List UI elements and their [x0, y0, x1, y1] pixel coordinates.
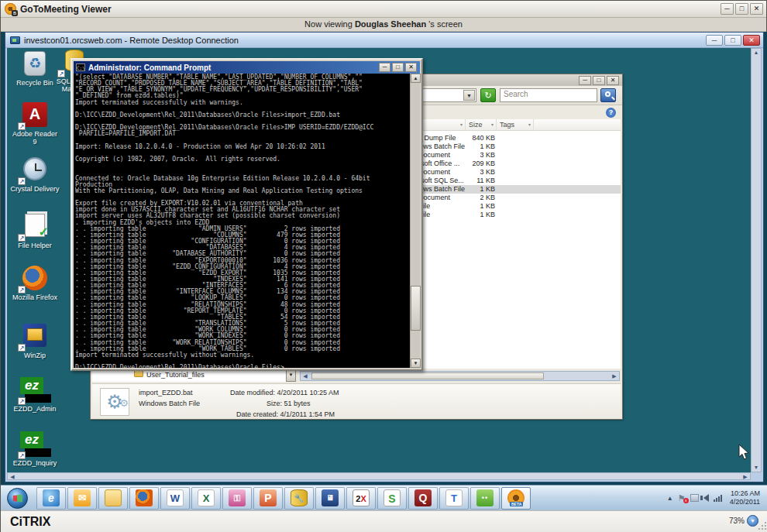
help-icon[interactable]: ? — [606, 108, 616, 118]
viewer-close-button[interactable]: ✕ — [750, 3, 763, 15]
ez-glyph: ez — [20, 431, 43, 448]
access-key-icon: ⚿ — [229, 489, 246, 506]
citrix-logo: CiTRIX — [10, 515, 50, 529]
shortcut-arrow-icon: ↗ — [18, 397, 26, 405]
search-input[interactable]: Search — [500, 88, 597, 102]
column-size[interactable]: Size▾ — [466, 119, 497, 131]
scroll-right-icon[interactable]: ▶ — [610, 372, 619, 380]
rdp-close-button[interactable]: ✕ — [743, 35, 760, 46]
explorer-maximize-button[interactable]: □ — [593, 76, 605, 85]
refresh-go-button[interactable]: ↻ — [480, 88, 496, 102]
internet-explorer-icon: e — [43, 489, 60, 506]
cmd-titlebar[interactable]: C:\ Administrator: Command Prompt ─ □ ✕ — [74, 61, 420, 74]
cmd-title: Administrator: Command Prompt — [88, 63, 211, 72]
explorer-close-button[interactable]: ✕ — [607, 76, 619, 85]
scroll-left-icon[interactable]: ◀ — [8, 473, 17, 481]
resize-grip[interactable] — [757, 522, 766, 531]
column-tags[interactable]: Tags▾ — [497, 119, 534, 131]
outlook-icon: ✉ — [74, 489, 91, 506]
details-size: Size: 51 bytes — [267, 400, 311, 407]
scroll-up-icon[interactable]: ▲ — [411, 74, 421, 83]
scroll-down-icon[interactable]: ▼ — [411, 359, 421, 368]
taskbar-green-app-button[interactable]: •• — [470, 487, 500, 510]
desktop-icon-ezdd-admin[interactable]: ez↗ EZDD_Admin — [10, 377, 60, 413]
column-filter-icon[interactable]: ▾ — [526, 119, 533, 131]
taskbar-word-button[interactable]: W — [160, 487, 190, 510]
explorer-minimize-button[interactable]: ─ — [579, 76, 591, 85]
tray-clock[interactable]: 10:26 AM 4/20/2011 — [730, 489, 760, 506]
volume-icon[interactable] — [703, 494, 709, 502]
scroll-up-icon[interactable]: ▲ — [752, 49, 761, 57]
tree-scroll-down-icon[interactable]: ▼ — [286, 370, 296, 382]
clock-icon — [23, 157, 46, 180]
rdp-titlebar[interactable]: investcon01.orcsweb.com - Remote Desktop… — [5, 33, 763, 48]
desktop-icon-winzip[interactable]: ↗ WinZip — [10, 323, 60, 359]
taskbar-powerpoint-button[interactable]: P — [253, 487, 283, 510]
search-button[interactable] — [600, 88, 616, 102]
cmd-close-button[interactable]: ✕ — [405, 63, 417, 72]
taskbar-excel-button[interactable]: X — [191, 487, 221, 510]
details-pane: ⚙⚙ import_EZDD.bat Date modified: 4/20/2… — [92, 383, 621, 417]
start-button[interactable] — [7, 488, 28, 509]
scrollbar-thumb[interactable] — [311, 372, 544, 379]
status-prefix: Now viewing — [304, 19, 355, 29]
adobe-reader-icon: A — [22, 102, 47, 127]
cmd-minimize-button[interactable]: ─ — [379, 63, 390, 72]
details-date-modified: Date modified: 4/20/2011 10:25 AM — [230, 389, 339, 396]
firefox-icon — [22, 266, 47, 290]
taskbar-sql-tools-button[interactable]: 🔧 — [284, 487, 314, 510]
powerpoint-icon: P — [260, 489, 277, 506]
desktop-icon-ezdd-inquiry[interactable]: ez↗ EZDD_Inquiry — [10, 431, 60, 467]
taskbar-access-button[interactable]: ⚿ — [222, 487, 252, 510]
desktop-icon-file-helper[interactable]: ↗ File Helper — [10, 213, 60, 249]
magnifier-icon — [605, 91, 611, 97]
icon-label: Crystal Delivery — [10, 185, 60, 193]
desktop-icon-firefox[interactable]: ↗ Mozilla Firefox — [10, 266, 60, 301]
rdp-horizontal-scrollbar[interactable]: ◀ ▶ — [7, 472, 751, 480]
explorer-horizontal-scrollbar[interactable]: ◀ ▶ — [300, 371, 620, 381]
desktop-icon-crystal-delivery[interactable]: ↗ Crystal Delivery — [10, 156, 60, 193]
taskbar-gotomeeting-button[interactable]: BETA — [501, 487, 531, 510]
cmd-maximize-button[interactable]: □ — [392, 63, 404, 72]
file-check-icon — [25, 214, 45, 237]
address-dropdown-icon[interactable]: ▼ — [463, 90, 475, 101]
scroll-left-icon[interactable]: ◀ — [301, 372, 310, 380]
column-filter-icon[interactable]: ▾ — [458, 119, 465, 131]
tray-time: 10:26 AM — [730, 489, 760, 498]
action-center-flag-icon[interactable]: ⚑x — [678, 493, 686, 503]
viewer-minimize-button[interactable]: ─ — [721, 3, 734, 15]
taskbar-firefox-button[interactable] — [129, 487, 159, 510]
shortcut-arrow-icon: ↗ — [18, 122, 26, 130]
tray-expand-icon[interactable]: ▲ — [667, 495, 673, 502]
taskbar-q-app-button[interactable]: Q — [408, 487, 438, 510]
viewer-titlebar[interactable]: GoToMeeting Viewer ─ □ ✕ — [1, 1, 766, 18]
taskbar-2x-button[interactable]: 2X — [346, 487, 376, 510]
taskbar-explorer-button[interactable] — [98, 487, 128, 510]
ez-glyph: ez — [20, 377, 43, 394]
taskbar-outlook-button[interactable]: ✉ — [67, 487, 97, 510]
tray-generic-icon[interactable] — [690, 494, 699, 502]
status-suffix: 's screen — [426, 19, 463, 29]
cmd-vertical-scrollbar[interactable]: ▲ ▼ — [410, 74, 420, 368]
scroll-right-icon[interactable]: ▶ — [741, 473, 750, 481]
console-output[interactable]: "(select "DATABASE_NUMBER","TABLE_NAME",… — [74, 74, 410, 368]
viewer-maximize-button[interactable]: □ — [735, 3, 748, 15]
icon-label: Mozilla Firefox — [10, 293, 60, 301]
taskbar-s-app-button[interactable]: S — [377, 487, 407, 510]
shortcut-arrow-icon: ↗ — [18, 177, 26, 185]
s-app-icon: S — [384, 489, 401, 506]
scrollbar-thumb[interactable] — [411, 286, 421, 331]
green-app-icon: •• — [476, 489, 494, 506]
taskbar-ie-button[interactable]: e — [36, 487, 66, 510]
column-filter-icon[interactable]: ▾ — [489, 119, 496, 131]
folder-tree-item[interactable]: User_Tutorial_files — [92, 370, 296, 382]
taskbar-remote-desktop-button[interactable]: 🖥 — [315, 487, 345, 510]
taskbar-textpad-button[interactable]: T — [439, 487, 469, 510]
network-signal-icon[interactable] — [714, 495, 722, 502]
rdp-minimize-button[interactable]: ─ — [706, 35, 723, 46]
rdp-vertical-scrollbar[interactable]: ▲ ▼ — [751, 48, 762, 472]
desktop-icon-adobe-reader[interactable]: A↗ Adobe Reader 9 — [10, 102, 60, 146]
rdp-maximize-button[interactable]: □ — [724, 35, 741, 46]
presenter-name: Douglas Sheehan — [355, 19, 426, 29]
scroll-down-icon[interactable]: ▼ — [752, 464, 761, 472]
